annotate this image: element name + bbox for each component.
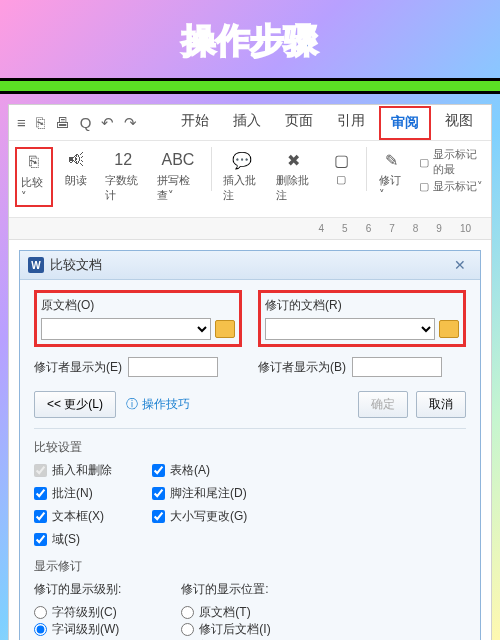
setting-checkbox[interactable]: 域(S) <box>34 531 112 548</box>
undo-icon[interactable]: ↶ <box>101 114 114 132</box>
tab-view[interactable]: 视图 <box>435 106 483 140</box>
spellcheck-button[interactable]: ABC拼写检查˅ <box>151 147 204 205</box>
word-window: ≡ ⎘ 🖶 Q ↶ ↷ 开始 插入 页面 引用 审阅 视图 ⎘比较˅ 🕬朗读 1… <box>8 104 492 640</box>
author-l-input[interactable] <box>128 357 218 377</box>
author-r-input[interactable] <box>352 357 442 377</box>
compare-button[interactable]: ⎘比较˅ <box>15 147 53 207</box>
page-title: 操作步骤 <box>0 0 500 78</box>
nav-button[interactable]: ▢▢ <box>322 147 360 188</box>
tab-insert[interactable]: 插入 <box>223 106 271 140</box>
folder-icon[interactable] <box>439 320 459 338</box>
level-title: 修订的显示级别: <box>34 581 121 598</box>
revised-label: 修订的文档(R) <box>265 297 459 314</box>
redo-icon[interactable]: ↷ <box>124 114 137 132</box>
ruler-tick: 4 <box>319 223 325 234</box>
insert-comment-button[interactable]: 💬插入批注 <box>217 147 265 205</box>
menu-icon[interactable]: ≡ <box>17 114 26 131</box>
print-icon[interactable]: 🖶 <box>55 114 70 131</box>
ruler-tick: 5 <box>342 223 348 234</box>
setting-checkbox[interactable]: 表格(A) <box>152 462 247 479</box>
less-button[interactable]: << 更少(L) <box>34 391 116 418</box>
revised-doc-group: 修订的文档(R) <box>258 290 466 347</box>
radio-option[interactable]: 字词级别(W) <box>34 621 121 638</box>
tab-review[interactable]: 审阅 <box>379 106 431 140</box>
quick-access: ≡ ⎘ 🖶 Q ↶ ↷ <box>17 114 137 132</box>
ribbon: ⎘比较˅ 🕬朗读 12字数统计 ABC拼写检查˅ 💬插入批注 ✖删除批注 ▢▢ … <box>9 141 491 218</box>
track-button[interactable]: ✎修订˅ <box>373 147 411 203</box>
author-l-label: 修订者显示为(E) <box>34 359 122 376</box>
setting-checkbox[interactable]: 文本框(X) <box>34 508 112 525</box>
settings-title: 比较设置 <box>34 439 466 456</box>
markup-group: ▢显示标记的最 ▢显示标记˅ <box>415 147 485 194</box>
show-title: 显示修订 <box>34 558 466 575</box>
ruler: 4 5 6 7 8 9 10 <box>9 218 491 240</box>
tips-link[interactable]: ⓘ 操作技巧 <box>126 396 190 413</box>
separator <box>211 147 212 191</box>
radio-option[interactable]: 修订后文档(I) <box>181 621 270 638</box>
separator <box>366 147 367 191</box>
menubar: ≡ ⎘ 🖶 Q ↶ ↷ 开始 插入 页面 引用 审阅 视图 <box>9 105 491 141</box>
show-markup-button[interactable]: ▢显示标记˅ <box>419 179 485 194</box>
ruler-tick: 6 <box>366 223 372 234</box>
ruler-tick: 8 <box>413 223 419 234</box>
setting-checkbox[interactable]: 插入和删除 <box>34 462 112 479</box>
save-icon[interactable]: ⎘ <box>36 114 45 131</box>
dialog-titlebar: W 比较文档 ✕ <box>20 251 480 280</box>
tab-start[interactable]: 开始 <box>171 106 219 140</box>
markup-title: ▢显示标记的最 <box>419 147 485 177</box>
ok-button[interactable]: 确定 <box>358 391 408 418</box>
folder-icon[interactable] <box>215 320 235 338</box>
cancel-button[interactable]: 取消 <box>416 391 466 418</box>
original-label: 原文档(O) <box>41 297 235 314</box>
tab-page[interactable]: 页面 <box>275 106 323 140</box>
dialog-title: 比较文档 <box>50 256 102 274</box>
compare-dialog: W 比较文档 ✕ 原文档(O) 修订者显示为(E) <box>19 250 481 640</box>
radio-option[interactable]: 原文档(T) <box>181 604 270 621</box>
original-select[interactable] <box>41 318 211 340</box>
preview-icon[interactable]: Q <box>80 114 92 131</box>
setting-checkbox[interactable]: 脚注和尾注(D) <box>152 485 247 502</box>
divider <box>0 78 500 94</box>
revised-select[interactable] <box>265 318 435 340</box>
setting-checkbox[interactable]: 大小写更改(G) <box>152 508 247 525</box>
close-icon[interactable]: ✕ <box>448 257 472 273</box>
ruler-tick: 7 <box>389 223 395 234</box>
original-doc-group: 原文档(O) <box>34 290 242 347</box>
ribbon-tabs: 开始 插入 页面 引用 审阅 视图 <box>171 106 483 140</box>
delete-comment-button[interactable]: ✖删除批注 <box>270 147 318 205</box>
word-icon: W <box>28 257 44 273</box>
ruler-tick: 10 <box>460 223 471 234</box>
radio-option[interactable]: 字符级别(C) <box>34 604 121 621</box>
setting-checkbox[interactable]: 批注(N) <box>34 485 112 502</box>
read-button[interactable]: 🕬朗读 <box>57 147 95 190</box>
tab-reference[interactable]: 引用 <box>327 106 375 140</box>
wordcount-button[interactable]: 12字数统计 <box>99 147 147 205</box>
ruler-tick: 9 <box>436 223 442 234</box>
author-r-label: 修订者显示为(B) <box>258 359 346 376</box>
pos-title: 修订的显示位置: <box>181 581 270 598</box>
